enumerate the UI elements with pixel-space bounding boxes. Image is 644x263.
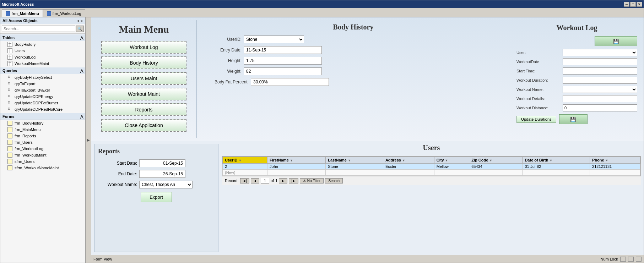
workout-log-button[interactable]: Workout Log (101, 41, 186, 54)
table-row[interactable]: 2 John Stone Ecxter Mellow 65434 01-Jul-… (223, 164, 640, 170)
close-window-button[interactable]: ✕ (637, 2, 642, 7)
record-current-input[interactable] (261, 178, 269, 183)
wl-starttime-row: Start Time: (516, 67, 637, 75)
col-phone[interactable]: Phone ▼ (590, 157, 640, 164)
export-button[interactable]: Export (141, 192, 172, 202)
sidebar-collapse-handle[interactable]: ▶ (86, 17, 91, 263)
no-filter-label: No Filter (307, 179, 321, 183)
queries-collapse-btn[interactable]: ⋀ (80, 69, 83, 73)
workout-name-report-row: Workout Name: Chest, Triceps An (98, 181, 215, 188)
search-nav-button[interactable]: Search (325, 178, 343, 183)
sidebar-item-qrybodyhistoryselect[interactable]: ⚙ qryBodyHistorySelect (0, 74, 85, 81)
sidebar-item-label: sfrm_WorkoutNameMaint (15, 166, 59, 170)
status-bar: Form View Num Lock (91, 255, 644, 263)
wl-duration-input[interactable] (563, 77, 637, 84)
sidebar-item-workoutlog[interactable]: WorkoutLog (0, 54, 85, 60)
wl-workoutname-select[interactable] (563, 86, 637, 93)
height-input[interactable] (244, 57, 322, 65)
sidebar-item-sfrm-workoutnamemaint[interactable]: sfrm_WorkoutNameMaint (0, 165, 85, 171)
search-button[interactable]: 🔍 (76, 26, 84, 32)
table-row-new[interactable]: (New) (223, 170, 640, 176)
no-filter-button[interactable]: ⚠ No Filter (300, 178, 324, 183)
sort-arrow-phone: ▼ (605, 159, 608, 162)
wl-user-label: User: (516, 50, 563, 55)
wl-starttime-input[interactable] (563, 67, 637, 75)
col-lastname[interactable]: LastName ▼ (326, 157, 383, 164)
sidebar-item-label: qryBodyHistorySelect (15, 75, 52, 80)
col-firstname[interactable]: FirstName ▼ (267, 157, 326, 164)
nav-prev-button[interactable]: ◄ (251, 178, 259, 183)
wl-workoutdate-input[interactable] (563, 58, 637, 65)
tab-frm-workoutlog[interactable]: frm_WorkoutLog (43, 9, 85, 17)
sidebar-item-qryupdateddpredhotcore[interactable]: ⚙ qryUpdateDDPRedHotCore (0, 106, 85, 113)
wl-user-select[interactable] (563, 49, 637, 56)
col-userid[interactable]: UserID ▼ (223, 157, 267, 164)
divider-1 (196, 20, 197, 138)
start-date-label: Start Date: (98, 161, 137, 166)
workout-maint-button[interactable]: Workout Maint (101, 88, 186, 100)
cell-new-3 (326, 170, 383, 176)
sidebar-item-frm-reports[interactable]: frm_Reports (0, 133, 85, 139)
sidebar-item-qrytoexport-byexer[interactable]: ⚙ qryToExport_ByExer (0, 87, 85, 93)
col-city[interactable]: City ▼ (434, 157, 469, 164)
maximize-button[interactable]: □ (630, 2, 636, 7)
sidebar-item-users[interactable]: Users (0, 48, 85, 54)
table-icon (7, 42, 12, 47)
wl-details-input[interactable] (563, 95, 637, 102)
nav-first-button[interactable]: ◄| (240, 178, 250, 183)
sidebar-item-frm-bodyhistory[interactable]: frm_BodyHistory (0, 120, 85, 126)
tables-collapse-btn[interactable]: ⋀ (80, 36, 83, 40)
minimize-button[interactable]: ─ (624, 2, 629, 7)
sidebar-item-label: qryUpdateDDPEnergy (15, 94, 53, 99)
sidebar-item-frm-users[interactable]: frm_Users (0, 139, 85, 146)
sidebar-item-label: WorkoutLog (15, 55, 36, 59)
weight-input[interactable] (244, 67, 322, 75)
col-address[interactable]: Address ▼ (383, 157, 434, 164)
nav-last-button[interactable]: |► (289, 178, 298, 183)
sidebar-item-qrytoexport[interactable]: ⚙ qryToExport (0, 81, 85, 87)
start-date-input[interactable] (139, 159, 185, 167)
query-icon: ⚙ (7, 107, 12, 112)
sidebar-item-sfrm-users[interactable]: sfrm_Users (0, 158, 85, 165)
wl-duration-label: Workout Duration: (516, 78, 563, 82)
col-dob-label: Date of Birth (525, 158, 548, 162)
body-history-button[interactable]: Body History (101, 56, 186, 69)
sidebar-item-workoutnamemaint[interactable]: WorkoutNameMaint (0, 60, 85, 67)
sidebar-collapse-icons[interactable]: ◄◄ (76, 19, 83, 23)
workout-name-report-select[interactable]: Chest, Triceps An (139, 181, 193, 188)
sidebar-item-label: frm_Users (15, 140, 33, 144)
sidebar-item-frm-workoutlog[interactable]: frm_WorkoutLog (0, 146, 85, 152)
sidebar-item-bodyhistory[interactable]: BodyHistory (0, 41, 85, 48)
col-zipcode-label: Zip Code (471, 158, 488, 162)
users-table-container: UserID ▼ FirstName ▼ LastName (222, 156, 641, 176)
sidebar-item-frm-workoutmaint[interactable]: frm_WorkoutMaint (0, 152, 85, 158)
sidebar-item-qryupdateddpfatburner[interactable]: ⚙ qryUpdateDDPFatBurner (0, 100, 85, 106)
form-icon (7, 133, 12, 138)
save-icon: 💾 (613, 39, 619, 44)
users-maint-button[interactable]: Users Maint (101, 72, 186, 85)
table-icon (7, 48, 12, 53)
query-icon: ⚙ (7, 94, 12, 99)
update-durations-button[interactable]: Update Durations (516, 116, 556, 123)
col-phone-label: Phone (592, 158, 604, 162)
workout-log-save-button-2[interactable]: 💾 (559, 114, 588, 124)
filter-icon: ⚠ (303, 179, 306, 183)
entry-date-input[interactable] (244, 46, 322, 54)
end-date-input[interactable] (139, 170, 185, 178)
reports-nav-button[interactable]: Reports (101, 103, 186, 116)
nav-next-button[interactable]: ► (279, 178, 287, 183)
search-input[interactable] (2, 26, 75, 32)
wl-distance-input[interactable] (563, 104, 637, 111)
queries-section-label: Queries (2, 69, 17, 73)
userid-select[interactable]: Stone (244, 35, 304, 43)
workout-log-save-button[interactable]: 💾 (595, 36, 637, 46)
bodyfat-input[interactable] (251, 78, 329, 86)
close-application-button[interactable]: Close Application (101, 119, 186, 132)
sort-arrow-dob: ▼ (549, 159, 552, 162)
sidebar-item-frm-mainmenu[interactable]: frm_MainMenu (0, 126, 85, 133)
sidebar-item-qryupdateddpenergy[interactable]: ⚙ qryUpdateDDPEnergy (0, 93, 85, 100)
col-zipcode[interactable]: Zip Code ▼ (469, 157, 523, 164)
tab-frm-mainmenu[interactable]: frm_MainMenu (2, 9, 43, 17)
col-dob[interactable]: Date of Birth ▼ (523, 157, 590, 164)
forms-collapse-btn[interactable]: ⋀ (80, 115, 83, 119)
